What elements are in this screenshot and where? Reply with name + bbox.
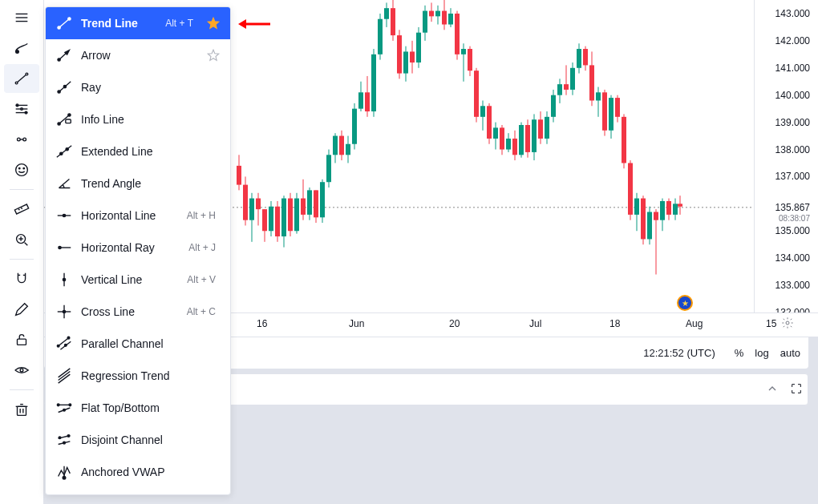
svg-rect-191 bbox=[583, 49, 588, 65]
menu-item-label: Regression Trend bbox=[81, 369, 221, 382]
tool-crosshair-icon[interactable] bbox=[4, 3, 39, 32]
menu-item-arrow[interactable]: Arrow bbox=[46, 39, 230, 71]
menu-item-label: Cross Line bbox=[81, 305, 179, 318]
tool-pattern-icon[interactable] bbox=[4, 125, 39, 154]
log-toggle[interactable]: log bbox=[755, 347, 768, 359]
svg-point-18 bbox=[23, 167, 24, 168]
svg-rect-147 bbox=[442, 11, 447, 25]
svg-rect-169 bbox=[512, 139, 517, 155]
menu-item-horizontal-line[interactable]: Horizontal LineAlt + H bbox=[46, 200, 230, 232]
svg-line-21 bbox=[21, 208, 22, 209]
svg-rect-215 bbox=[660, 201, 665, 220]
menu-item-shortcut: Alt + H bbox=[187, 210, 216, 221]
menu-item-shortcut: Alt + C bbox=[187, 306, 216, 317]
tool-brush-icon[interactable] bbox=[4, 34, 39, 62]
svg-rect-119 bbox=[352, 109, 357, 144]
price-tick: 137.000 bbox=[775, 171, 810, 182]
menu-item-shortcut: Alt + V bbox=[187, 274, 216, 285]
extended-line-icon bbox=[55, 143, 73, 160]
svg-rect-153 bbox=[461, 49, 466, 54]
tool-trend-line-icon[interactable] bbox=[4, 64, 39, 93]
svg-rect-107 bbox=[314, 190, 318, 217]
flat-top-icon bbox=[55, 399, 73, 417]
menu-item-parallel-channel[interactable]: Parallel Channel bbox=[46, 328, 230, 360]
tool-ruler-icon[interactable] bbox=[4, 195, 39, 224]
menu-item-regression-trend[interactable]: Regression Trend bbox=[46, 360, 230, 392]
tool-fib-icon[interactable] bbox=[4, 95, 39, 123]
svg-point-69 bbox=[57, 404, 59, 406]
menu-item-shortcut: Alt + J bbox=[188, 242, 216, 253]
svg-rect-203 bbox=[622, 117, 626, 163]
svg-line-48 bbox=[57, 146, 71, 158]
menu-item-vertical-line[interactable]: Vertical LineAlt + V bbox=[46, 264, 230, 296]
collapse-panel-icon[interactable] bbox=[766, 382, 779, 397]
regression-icon bbox=[55, 367, 73, 385]
svg-rect-19 bbox=[14, 204, 28, 214]
time-tick: Jun bbox=[349, 318, 364, 329]
price-tick: 143.000 bbox=[775, 8, 810, 19]
svg-point-3 bbox=[16, 50, 19, 54]
svg-rect-177 bbox=[538, 119, 543, 139]
svg-point-29 bbox=[20, 369, 23, 372]
menu-item-ray[interactable]: Ray bbox=[46, 71, 230, 103]
svg-line-4 bbox=[17, 75, 27, 83]
menu-item-info-line[interactable]: Info Line bbox=[46, 103, 230, 135]
svg-rect-99 bbox=[288, 199, 293, 232]
clock-label[interactable]: 12:21:52 (UTC) bbox=[643, 347, 715, 359]
svg-point-17 bbox=[19, 167, 20, 168]
menu-item-anchored-vwap[interactable]: Anchored VWAP bbox=[46, 456, 230, 488]
trend-angle-icon bbox=[55, 175, 73, 192]
tool-trash-icon[interactable] bbox=[4, 395, 39, 424]
menu-item-flat-top-bottom[interactable]: Flat Top/Bottom bbox=[46, 392, 230, 424]
menu-item-label: Trend Line bbox=[81, 17, 157, 30]
time-tick: 15 bbox=[766, 318, 776, 329]
svg-rect-125 bbox=[371, 54, 376, 111]
menu-item-extended-line[interactable]: Extended Line bbox=[46, 135, 230, 167]
favorite-star-icon[interactable] bbox=[206, 16, 221, 30]
time-tick: 18 bbox=[609, 318, 620, 329]
menu-item-label: Trend Angle bbox=[81, 177, 221, 190]
svg-rect-207 bbox=[634, 199, 639, 215]
tool-pencil-icon[interactable] bbox=[4, 295, 39, 324]
menu-item-trend-angle[interactable]: Trend Angle bbox=[46, 167, 230, 200]
tool-eye-icon[interactable] bbox=[4, 356, 39, 385]
menu-item-trend-line[interactable]: Trend LineAlt + T bbox=[46, 7, 230, 39]
tool-zoom-icon[interactable] bbox=[4, 225, 39, 254]
time-tick: 20 bbox=[449, 318, 460, 329]
svg-rect-175 bbox=[532, 119, 537, 152]
tool-lock-icon[interactable] bbox=[4, 325, 39, 354]
menu-item-disjoint-channel[interactable]: Disjoint Channel bbox=[46, 424, 230, 456]
tool-emoji-icon[interactable] bbox=[4, 155, 39, 184]
svg-rect-185 bbox=[564, 84, 569, 90]
menu-item-label: Info Line bbox=[81, 113, 221, 126]
tool-magnet-icon[interactable] bbox=[4, 264, 39, 293]
svg-rect-217 bbox=[666, 201, 671, 215]
menu-item-label: Horizontal Ray bbox=[81, 241, 180, 254]
menu-item-cross-line[interactable]: Cross LineAlt + C bbox=[46, 296, 230, 328]
svg-point-40 bbox=[58, 58, 60, 61]
favorite-star-icon[interactable] bbox=[206, 48, 221, 62]
svg-point-54 bbox=[63, 214, 65, 216]
svg-point-37 bbox=[68, 18, 71, 20]
svg-rect-109 bbox=[320, 182, 325, 217]
auto-toggle[interactable]: auto bbox=[780, 347, 800, 359]
svg-rect-85 bbox=[243, 185, 248, 220]
svg-rect-95 bbox=[275, 207, 280, 236]
disjoint-icon bbox=[55, 431, 73, 449]
percent-toggle[interactable]: % bbox=[735, 347, 744, 359]
svg-rect-181 bbox=[551, 95, 556, 117]
price-tick: 135.867 bbox=[775, 202, 810, 213]
svg-rect-133 bbox=[397, 35, 402, 73]
info-line-icon bbox=[55, 111, 73, 128]
price-tick: 138.000 bbox=[775, 144, 810, 155]
menu-item-horizontal-ray[interactable]: Horizontal RayAlt + J bbox=[46, 232, 230, 264]
countdown-label: 08:38:07 bbox=[779, 214, 810, 223]
fullscreen-icon[interactable] bbox=[790, 382, 803, 397]
price-axis[interactable]: 143.000142.000141.000140.000139.000138.0… bbox=[754, 0, 818, 337]
svg-rect-211 bbox=[647, 212, 652, 240]
economic-event-icon[interactable]: ★ bbox=[677, 295, 693, 311]
axis-settings-icon[interactable] bbox=[781, 317, 794, 332]
svg-rect-143 bbox=[429, 11, 434, 17]
svg-point-36 bbox=[58, 26, 60, 29]
svg-rect-28 bbox=[18, 339, 26, 345]
